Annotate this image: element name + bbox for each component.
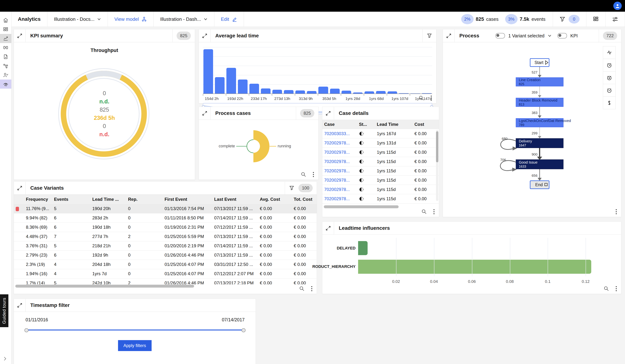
dashboard-grid-button[interactable] <box>586 12 605 27</box>
slider-handle-left[interactable] <box>25 328 29 332</box>
zoom-search-button[interactable] <box>419 95 424 101</box>
avatar[interactable] <box>613 2 622 10</box>
sidebar-item-conformance-doc[interactable] <box>0 52 11 61</box>
sidebar-item-investigate[interactable] <box>0 80 11 89</box>
overflow-menu-button[interactable] <box>615 209 617 215</box>
horizontal-scrollbar[interactable] <box>15 285 315 288</box>
duration-plus-kpi-button[interactable] <box>603 71 616 84</box>
view-model-button[interactable]: View model <box>108 12 154 27</box>
expand-panel-button[interactable] <box>199 29 211 42</box>
histogram-bar[interactable] <box>203 49 213 93</box>
column-header[interactable]: Tot. Cost <box>292 195 317 204</box>
overflow-menu-button[interactable] <box>311 286 313 292</box>
column-header[interactable]: Avg. Cost <box>258 195 292 204</box>
overflow-menu-button[interactable] <box>312 172 314 178</box>
duration-minus-kpi-button[interactable] <box>603 84 616 97</box>
histogram-bar[interactable] <box>342 91 351 93</box>
sidebar-item-analytics[interactable] <box>0 34 11 43</box>
leadtime-bar[interactable] <box>358 260 591 274</box>
column-header[interactable]: Rep. <box>126 195 163 204</box>
case-variant-row[interactable]: 4.48% (37)7277d 7h201/25/2016 5:59 PM07/… <box>14 232 317 241</box>
zoom-search-button[interactable] <box>301 172 306 177</box>
histogram-bar[interactable] <box>422 93 432 93</box>
leadtime-bar[interactable] <box>358 241 368 255</box>
column-header[interactable]: Lead Time ... <box>91 195 126 204</box>
column-header[interactable]: St... <box>357 120 375 129</box>
document-selector[interactable]: Illustration - Docs... <box>47 12 108 27</box>
slider-handle-right[interactable] <box>242 328 246 332</box>
case-variant-row[interactable]: 1.94% (16)41yrs 7d001/25/2016 4:07 PM07/… <box>14 269 317 278</box>
expand-panel-button[interactable] <box>14 182 26 194</box>
histogram-bar[interactable] <box>330 89 340 93</box>
histogram-bar[interactable] <box>376 91 386 93</box>
horizontal-scrollbar[interactable] <box>324 205 438 208</box>
histogram-bar[interactable] <box>249 84 259 93</box>
expand-sidebar-chevron[interactable] <box>2 356 7 361</box>
overflow-menu-button[interactable] <box>430 95 432 101</box>
cost-kpi-button[interactable] <box>603 96 616 109</box>
case-details-row[interactable]: 702002978...1yrs 115d€ 0.00 <box>322 176 439 185</box>
column-header[interactable]: Cost <box>413 120 439 129</box>
process-node-start[interactable]: Start <box>530 59 549 66</box>
histogram-bar[interactable] <box>215 77 224 93</box>
global-filter-button[interactable]: 0 <box>553 12 586 27</box>
case-details-row[interactable]: 702003033...1yrs 167d€ 0.00 <box>322 129 439 138</box>
apply-filters-button[interactable]: Apply filters <box>118 340 152 351</box>
sidebar-item-workspaces[interactable] <box>0 25 11 34</box>
column-header[interactable]: Case <box>322 120 357 129</box>
expand-panel-button[interactable] <box>322 222 334 235</box>
duration-kpi-button[interactable] <box>603 59 616 71</box>
histogram-bar[interactable] <box>353 92 363 93</box>
sidebar-item-explore[interactable] <box>0 43 11 52</box>
column-header[interactable]: Last Event <box>212 195 258 204</box>
histogram-bar[interactable] <box>307 91 316 93</box>
histogram-bar[interactable] <box>318 87 328 93</box>
settings-adjust-button[interactable] <box>605 12 625 27</box>
case-link[interactable]: 702002978... <box>324 150 350 155</box>
case-variant-row[interactable]: 9.94% (82)6283d 2h001/11/2016 8:50 PM07/… <box>14 213 317 223</box>
scrollbar-thumb[interactable] <box>436 131 438 162</box>
case-details-row[interactable]: 702002978...1yrs 115d€ 0.00 <box>322 185 439 194</box>
process-node-line-creation[interactable]: Line Creation 825 <box>516 78 563 86</box>
overflow-menu-button[interactable] <box>615 286 617 292</box>
scrollbar-thumb[interactable] <box>15 285 194 288</box>
scrollbar-thumb[interactable] <box>324 205 399 208</box>
case-link[interactable]: 702002978... <box>324 159 350 164</box>
edit-button[interactable]: Edit <box>214 12 244 27</box>
histogram-bar[interactable] <box>238 80 248 93</box>
sidebar-item-user-check[interactable] <box>0 70 11 80</box>
case-details-row[interactable]: 702002978...1yrs 131d€ 0.00 <box>322 138 439 148</box>
case-variant-row[interactable]: 2.79% (23)6192d 9h001/26/2016 4:46 PM07/… <box>14 251 317 260</box>
kpi-toggle[interactable] <box>558 33 567 38</box>
histogram-bar[interactable] <box>261 89 271 93</box>
chevron-down-icon[interactable] <box>548 34 552 38</box>
histogram-bar[interactable] <box>226 68 236 93</box>
case-variant-row[interactable]: 11.76% (9...5190d 20h001/13/2016 7:54 PM… <box>14 204 317 213</box>
process-node-lgstcheck-removed[interactable]: LgstCheckOnConfDat Removed 789 <box>516 118 571 127</box>
histogram-bar[interactable] <box>272 90 282 93</box>
expand-panel-button[interactable] <box>322 107 334 120</box>
column-header[interactable]: Frequency <box>24 195 52 204</box>
process-map[interactable]: 527 359 383 299 900 656 680 706 <box>492 55 589 217</box>
case-variant-row[interactable]: 3.76% (31)5218d 21h001/20/2016 2:19 PM07… <box>14 241 317 251</box>
sidebar-item-process-model[interactable] <box>0 61 11 70</box>
case-link[interactable]: 702002978... <box>324 168 350 173</box>
case-variant-row[interactable]: 8.36% (69)6190d 18h001/19/2016 2:31 PM07… <box>14 223 317 232</box>
case-variant-row[interactable]: 2.3% (19)4204d 18h001/25/2016 4:07 PM03/… <box>14 260 317 269</box>
process-node-delivery[interactable]: Delivery 1647 <box>516 138 563 148</box>
expand-panel-button[interactable] <box>199 107 211 120</box>
column-header[interactable]: First Event <box>163 195 212 204</box>
case-details-row[interactable]: 702002978...1yrs 115d€ 0.00 <box>322 157 439 166</box>
column-header[interactable]: Events <box>52 195 91 204</box>
guided-tours-tab[interactable]: Guided tours <box>0 294 8 327</box>
date-range-slider[interactable] <box>26 330 245 331</box>
process-node-end[interactable]: End <box>530 181 549 189</box>
zoom-search-button[interactable] <box>604 286 609 291</box>
process-node-good-issue[interactable]: Good Issue 1633 <box>516 160 563 169</box>
expand-panel-button[interactable] <box>14 299 26 312</box>
process-node-header-block-removed[interactable]: Header Block Removed 813 <box>516 98 563 107</box>
histogram-bar[interactable] <box>365 91 374 93</box>
sidebar-item-home[interactable] <box>0 16 11 25</box>
case-variant-row[interactable]: 1.7% (14)5242d 10h201/26/2016 4:46 PM07/… <box>14 278 317 284</box>
expand-panel-button[interactable] <box>443 29 455 42</box>
